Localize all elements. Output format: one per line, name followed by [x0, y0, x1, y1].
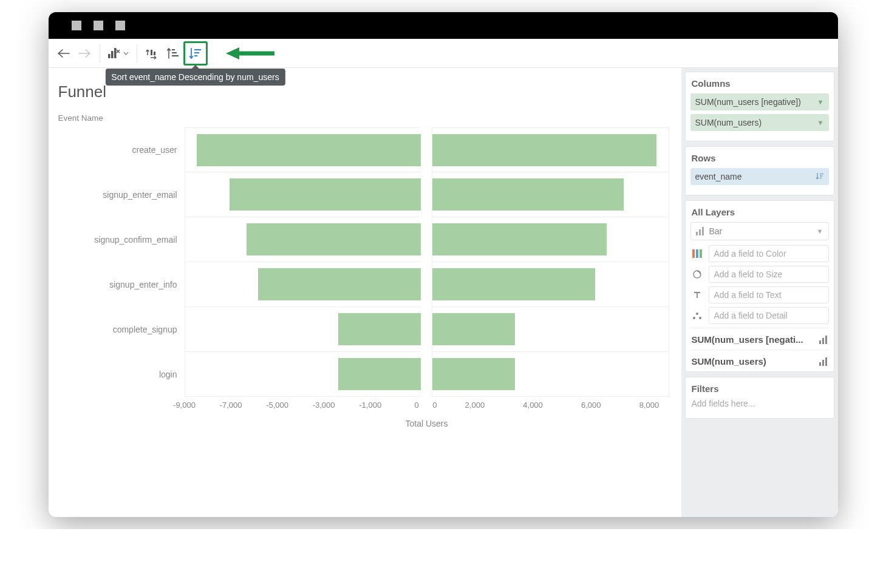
detail-icon [690, 309, 704, 322]
chart-canvas: Funnel Event Name create_usersignup_ente… [49, 68, 681, 517]
svg-rect-1 [111, 51, 114, 58]
svg-rect-22 [696, 249, 698, 258]
caret-down-icon: ▼ [817, 98, 824, 106]
filters-title: Filters [690, 381, 829, 399]
size-field[interactable]: Add a field to Size [709, 266, 829, 283]
bar-chart-icon [819, 357, 828, 366]
category-label: login [55, 352, 185, 397]
mark-type-select[interactable]: Bar ▼ [690, 222, 829, 240]
svg-rect-5 [151, 50, 152, 55]
window-control[interactable] [72, 21, 81, 30]
bar-positive[interactable] [432, 352, 669, 397]
annotation-arrow [226, 46, 274, 61]
side-panel: Columns SUM(num_users [negative]) ▼ SUM(… [681, 68, 838, 517]
x-axis-ticks: -9,000-7,000-5,000-3,000-1,0000 02,0004,… [185, 400, 669, 414]
toolbar: Sort event_name Descending by num_users [49, 39, 838, 68]
column-pill[interactable]: SUM(num_users [negative]) ▼ [690, 93, 829, 110]
layers-title: All Layers [690, 204, 829, 222]
forward-button [74, 43, 95, 64]
swap-axes-button[interactable] [142, 43, 163, 64]
category-label: signup_enter_email [55, 172, 185, 217]
window-control[interactable] [94, 21, 103, 30]
svg-rect-31 [819, 362, 821, 366]
caret-down-icon: ▼ [817, 119, 824, 126]
sort-ascending-button[interactable] [163, 43, 183, 64]
size-icon [690, 268, 704, 281]
svg-rect-28 [819, 340, 821, 344]
bar-positive[interactable] [432, 127, 669, 172]
color-field[interactable]: Add a field to Color [709, 245, 829, 262]
svg-rect-32 [822, 360, 824, 366]
caret-down-icon: ▼ [817, 228, 823, 235]
chart-row: complete_signup [55, 307, 681, 352]
svg-rect-33 [825, 357, 827, 366]
category-label: complete_signup [55, 307, 185, 352]
bar-negative[interactable] [185, 127, 421, 172]
layer-item[interactable]: SUM(num_users [negati... [690, 328, 829, 347]
layer-item[interactable]: SUM(num_users) [690, 350, 829, 369]
pill-label: SUM(num_users [negative]) [695, 97, 801, 107]
svg-marker-14 [226, 47, 239, 59]
text-icon [690, 288, 704, 302]
bar-negative[interactable] [185, 172, 421, 217]
bar-negative[interactable] [185, 262, 421, 307]
sort-indicator-icon [816, 172, 824, 181]
color-icon [690, 247, 704, 260]
svg-rect-23 [700, 249, 702, 258]
svg-point-26 [696, 313, 698, 315]
svg-rect-6 [154, 52, 155, 55]
text-field[interactable]: Add a field to Text [709, 286, 829, 303]
columns-title: Columns [690, 76, 829, 93]
svg-rect-0 [108, 54, 111, 58]
svg-rect-20 [702, 227, 704, 235]
svg-rect-18 [696, 232, 698, 235]
bar-positive[interactable] [432, 172, 669, 217]
filters-shelf[interactable]: Filters Add fields here... [685, 377, 834, 419]
category-label: create_user [55, 127, 185, 172]
svg-rect-30 [825, 336, 827, 344]
category-label: signup_confirm_email [55, 217, 185, 262]
app-window: Sort event_name Descending by num_users … [49, 12, 838, 517]
svg-point-25 [693, 317, 695, 319]
window-control[interactable] [115, 21, 125, 30]
chart-row: create_user [55, 127, 681, 172]
svg-rect-2 [114, 48, 117, 58]
layers-shelf: All Layers Bar ▼ Add a field to Color [685, 200, 834, 372]
chart-row: signup_confirm_email [55, 217, 681, 262]
bar-positive[interactable] [432, 262, 669, 307]
category-label: signup_enter_info [55, 262, 185, 307]
columns-shelf: Columns SUM(num_users [negative]) ▼ SUM(… [685, 72, 834, 141]
back-button[interactable] [53, 43, 74, 64]
layer-item-label: SUM(num_users [negati... [692, 334, 803, 345]
chart-type-button[interactable] [105, 43, 132, 64]
pill-label: event_name [695, 172, 742, 181]
mark-type-label: Bar [709, 226, 723, 236]
svg-point-27 [699, 317, 701, 319]
bar-negative[interactable] [185, 307, 421, 352]
row-pill[interactable]: event_name [690, 168, 829, 185]
bar-negative[interactable] [185, 217, 421, 262]
bar-positive[interactable] [432, 307, 669, 352]
column-pill[interactable]: SUM(num_users) ▼ [690, 114, 829, 131]
bar-negative[interactable] [185, 352, 421, 397]
svg-rect-21 [692, 249, 695, 258]
bar-chart-icon [819, 336, 828, 344]
sort-descending-button[interactable]: Sort event_name Descending by num_users [183, 41, 208, 66]
layer-item-label: SUM(num_users) [692, 356, 766, 367]
chart-row: signup_enter_email [55, 172, 681, 217]
rows-title: Rows [690, 150, 829, 168]
pill-label: SUM(num_users) [695, 118, 762, 127]
svg-rect-19 [699, 229, 701, 235]
chart-row: login [55, 352, 681, 397]
sort-tooltip: Sort event_name Descending by num_users [105, 69, 285, 86]
x-axis-title: Total Users [185, 419, 669, 428]
y-axis-title: Event Name [58, 113, 681, 123]
rows-shelf: Rows event_name [685, 146, 834, 195]
bar-positive[interactable] [432, 217, 669, 262]
bar-chart-icon [696, 227, 704, 235]
svg-point-24 [693, 271, 701, 278]
detail-field[interactable]: Add a field to Detail [709, 307, 829, 324]
filters-placeholder: Add fields here... [690, 399, 829, 412]
svg-rect-29 [822, 338, 824, 344]
chart-title: Funnel [58, 83, 681, 101]
